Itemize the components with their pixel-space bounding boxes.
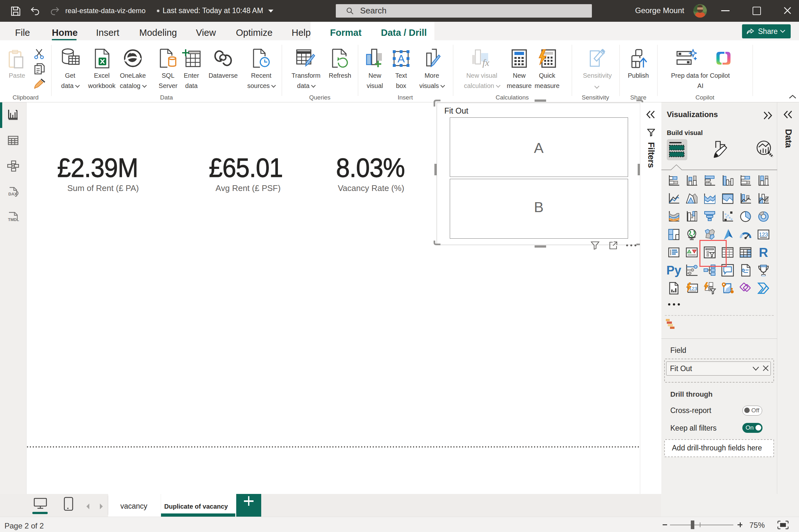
svg-text:123: 123	[759, 232, 768, 238]
svg-text:TMDL: TMDL	[8, 217, 19, 222]
svg-text:fx: fx	[482, 57, 489, 68]
svg-text:DAX: DAX	[8, 192, 17, 196]
svg-text:A: A	[397, 53, 405, 64]
